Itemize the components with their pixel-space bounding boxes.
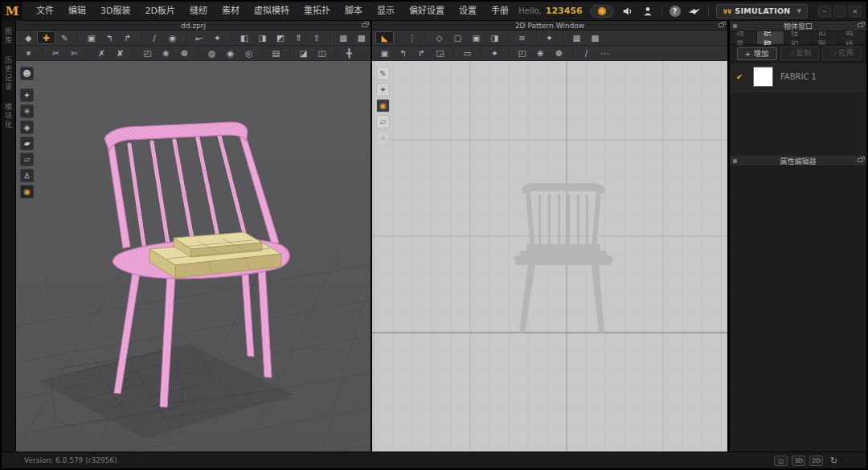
close-icon[interactable]: × (849, 6, 862, 17)
grid-3d-icon[interactable]: ▩ (353, 31, 371, 44)
zipper-tool-icon[interactable]: ▤ (267, 47, 285, 59)
button-tool-icon[interactable]: ◍ (203, 47, 221, 59)
pen-display-icon[interactable]: ✎ (376, 67, 390, 80)
pin-icon[interactable] (733, 24, 737, 28)
object-tab[interactable]: 场景 (730, 31, 757, 44)
transform-pattern-icon[interactable]: ◣ (375, 31, 394, 44)
titlebar-2d[interactable]: 2D Pattern Window (372, 21, 727, 31)
flower-arrange-b-icon[interactable]: ❁ (175, 47, 194, 59)
popout-icon[interactable] (362, 23, 367, 27)
dart-pattern-icon[interactable]: ◨ (485, 31, 504, 44)
titlebar-3d[interactable]: dd.zprj (16, 21, 371, 31)
ellipse-pattern-icon[interactable]: ▣ (467, 31, 485, 44)
dashline-tool-icon[interactable]: ⋯ (596, 47, 614, 59)
rectangle-pattern-icon[interactable]: ▢ (448, 31, 467, 44)
viewport-3d[interactable]: ☻✦✳◈▰▱♙◉ (16, 61, 371, 452)
reset-garment-icon[interactable]: ⇧ (308, 31, 326, 44)
popout-icon[interactable] (719, 23, 724, 27)
coin-balance-icon[interactable] (590, 5, 614, 18)
show-garment-icon[interactable]: ✦ (20, 88, 34, 102)
dock-tab[interactable]: 图库 (3, 27, 14, 45)
menu-item[interactable]: 素材 (215, 2, 247, 21)
menu-item[interactable]: 手册 (484, 2, 516, 21)
app-logo-icon[interactable]: M (2, 2, 23, 21)
shirt-2d-tool-icon[interactable]: ✦ (485, 47, 504, 59)
move-tool-icon[interactable]: ✚ (37, 31, 55, 44)
flower-2d-icon[interactable]: ❀ (531, 47, 550, 59)
grid-2d-icon[interactable]: ▦ (567, 31, 586, 44)
show-globe-icon[interactable]: ◉ (20, 185, 34, 198)
pants-garment-icon[interactable]: ◩ (272, 31, 289, 44)
menu-item[interactable]: 显示 (370, 2, 402, 21)
menu-item[interactable]: 缝纫 (182, 2, 215, 21)
symmetry-garment-icon[interactable]: ◨ (253, 31, 271, 44)
texture-display-icon[interactable]: ◉ (376, 99, 390, 112)
fabric-list-item[interactable]: ✔ FABRIC 1 (730, 63, 866, 92)
drape-tool-icon[interactable]: ✦ (208, 31, 226, 44)
menu-item[interactable]: 文件 (29, 2, 61, 21)
pin-tool-icon[interactable]: ∕ (145, 31, 163, 44)
edit-pattern-icon[interactable]: ⋮ (403, 31, 421, 44)
object-window-header[interactable]: 物体窗口 (730, 21, 866, 31)
fold-arrangement-icon[interactable]: ◰ (138, 47, 157, 59)
trace-tool-icon[interactable]: ✦ (540, 31, 559, 44)
minimize-icon[interactable]: – (818, 6, 831, 17)
buttonhole-tool-icon[interactable]: ◉ (221, 47, 240, 59)
grid-snap-icon[interactable]: ▦ (334, 31, 352, 44)
pin-icon[interactable] (733, 159, 737, 163)
3d-view-icon[interactable]: 3D (792, 456, 805, 466)
pattern-display-icon[interactable]: ✦ (376, 83, 390, 96)
avatar-tape-icon[interactable]: ✄ (65, 47, 84, 59)
fold-3d-pattern-icon[interactable]: ◰ (513, 47, 531, 59)
viewport-2d[interactable]: ✎✦◉▱✧ (372, 61, 727, 452)
menu-item[interactable]: 虚拟模特 (247, 2, 297, 21)
free-sewing-icon[interactable]: ↰ (100, 31, 118, 44)
edit-sewing-2d-icon[interactable]: ◲ (431, 47, 449, 59)
mn-sewing-icon[interactable]: ↱ (118, 31, 136, 44)
menu-item[interactable]: 设置 (452, 2, 484, 21)
pen-3d-tool-icon[interactable]: ✎ (55, 31, 73, 44)
object-tab[interactable]: 扣眼 (812, 31, 839, 44)
polygon-pattern-icon[interactable]: ◇ (430, 31, 448, 44)
paint-bucket-icon[interactable]: ◧ (235, 31, 253, 44)
username-label[interactable]: 123456 (546, 6, 583, 16)
show-pressure-icon[interactable]: ▱ (20, 153, 34, 166)
sync-view-icon[interactable]: ↻ (827, 456, 841, 466)
object-tab[interactable]: 织物 (757, 31, 784, 44)
menu-item[interactable]: 重拓扑 (297, 2, 338, 21)
pleats-tool-icon[interactable]: ≋ (513, 31, 531, 44)
dock-tab[interactable]: 模块化 (3, 103, 14, 129)
speaker-icon[interactable] (621, 5, 634, 18)
grid-2d-b-icon[interactable]: ▩ (586, 31, 604, 44)
steam-iron-icon[interactable]: ▭ (458, 47, 477, 59)
trim-b-icon[interactable]: ✘ (111, 47, 129, 59)
2d-view-icon[interactable]: 2D (809, 456, 823, 466)
menu-item[interactable]: 脚本 (338, 2, 370, 21)
free-sewing-2d-icon[interactable]: ↰ (394, 47, 412, 59)
popout-icon[interactable] (858, 23, 863, 27)
lift-garment-icon[interactable]: ⇑ (289, 31, 307, 44)
segment-sewing-icon[interactable]: ▣ (82, 31, 100, 44)
property-editor-header[interactable]: 属性编辑器 (730, 156, 866, 166)
menu-item[interactable]: 3D服装 (93, 2, 137, 21)
restore-icon[interactable] (833, 6, 846, 17)
camera-sync-icon[interactable]: ◉ (163, 31, 181, 44)
gizmo-tool-icon[interactable]: ◆ (19, 31, 37, 44)
project-tab-title[interactable]: dd.zprj (16, 21, 371, 31)
menu-item[interactable]: 编辑 (61, 2, 93, 21)
show-avatar-icon[interactable]: ☻ (20, 67, 34, 80)
menu-item[interactable]: 2D板片 (137, 2, 182, 21)
show-bust-icon[interactable]: ◈ (20, 121, 34, 134)
object-tab[interactable]: 纽扣 (784, 31, 812, 44)
add-fabric-button[interactable]: + 增加 (737, 47, 777, 60)
shirt-display-2d-icon[interactable]: ✧ (376, 131, 390, 145)
show-mannequin-icon[interactable]: ♙ (20, 169, 34, 182)
cloth-display-2d-icon[interactable]: ▱ (376, 115, 390, 129)
popout-icon[interactable] (858, 158, 863, 162)
avatar-pose-icon[interactable]: ✶ (19, 47, 38, 59)
segment-sewing-2d-icon[interactable]: ▣ (375, 47, 394, 59)
apply-fabric-button[interactable]: 应用 (822, 47, 862, 60)
baseline-tool-icon[interactable]: ∕ (577, 47, 596, 59)
show-hardware-icon[interactable]: ✳ (20, 104, 34, 118)
flatten-tool-icon[interactable]: ↜ (190, 31, 208, 44)
